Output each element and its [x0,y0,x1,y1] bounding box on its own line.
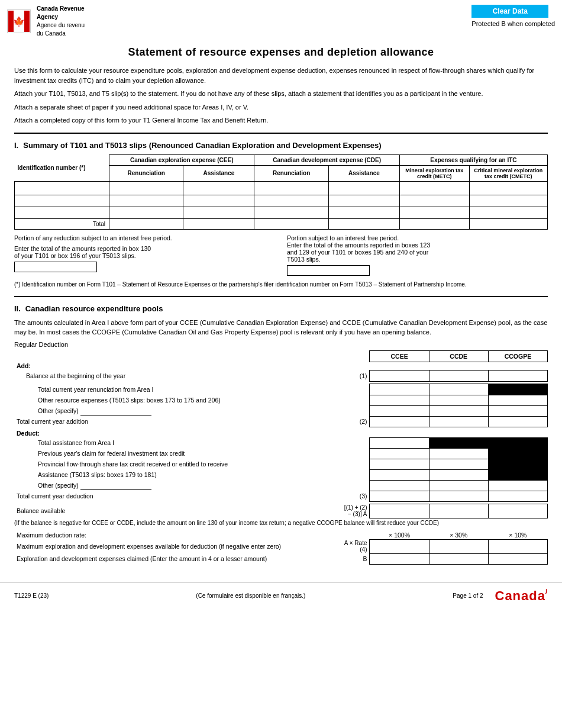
other-specify2-ccee[interactable] [370,480,429,491]
assistance-t5013-ccde[interactable] [429,469,488,480]
col-renunciation2-header: Renunciation [254,165,328,181]
balance-available-ccee[interactable] [370,504,429,518]
logo-area: 🍁 Canada Revenue Agency Agence du revenu… [7,5,85,38]
total-deduction-row: Total current year deduction (3) [14,491,548,501]
table-row [15,181,548,195]
max-exploration-ccde[interactable] [429,539,488,553]
ccogpe-header: CCOGPE [488,350,547,362]
total-addition-ccee[interactable] [370,416,429,427]
intro-line3: Attach a separate sheet of paper if you … [14,102,548,112]
total-addition-ccogpe[interactable] [488,416,547,427]
cde-assistance-1[interactable] [332,183,396,193]
footer-french-note: (Ce formulaire est disponible en françai… [196,592,305,599]
ccde-header: CCDE [429,350,488,362]
table-row [15,195,548,207]
balance-beginning-ccde[interactable] [429,370,488,381]
renunciation-ccde[interactable] [429,384,488,395]
balance-beginning-ccee[interactable] [370,370,429,381]
section2: II. Canadian resource expenditure pools … [14,304,548,565]
previous-claim-ccee[interactable] [370,448,429,459]
balance-available-row: Balance available [(1) + (2) − (3)] A [14,504,548,518]
other-specify-input[interactable] [80,406,151,415]
previous-claim-ccde[interactable] [429,448,488,459]
other-resource-ccde[interactable] [429,395,488,405]
ccee-header: CCEE [370,350,429,362]
footnote: (*) Identification number on Form T101 –… [14,281,548,289]
balance-beginning-ccogpe[interactable] [488,370,547,381]
max-exploration-ccogpe[interactable] [488,539,547,553]
canada-wordmark: Canadaᴶ [495,588,548,604]
provincial-flow-ccee[interactable] [370,459,429,469]
renunciation-ccogpe-black [488,384,547,395]
canada-flag-icon: 🍁 [7,9,31,33]
footer-page: Page 1 of 2 [453,592,483,599]
section1-header: I. Summary of T101 and T5013 slips (Reno… [14,141,548,150]
max-rate-row: Maximum deduction rate: × 100% × 30% × 1… [14,531,548,540]
col-cmetc-header: Critical mineral exploration tax credit … [469,165,547,181]
other-specify2-ccogpe[interactable] [488,480,547,491]
provincial-flow-ccogpe-black [488,459,547,469]
below-left-line1: Portion of any reduction subject to an i… [14,234,275,241]
section2-roman: II. [14,304,21,313]
section2-title: Canadian resource expenditure pools [25,304,163,313]
below-right-line2: Enter the total of the amounts reported … [287,241,548,249]
below-right-line4: T5013 slips. [287,256,548,263]
col-renunciation1-header: Renunciation [109,165,183,181]
box130-input[interactable] [14,262,97,272]
regular-deduction-label: Regular Deduction [14,341,548,348]
balance-available-ccde[interactable] [429,504,488,518]
other-specify-ccde[interactable] [429,405,488,416]
header-right: Clear Data Protected B when completed [471,5,555,27]
total-addition-ccde[interactable] [429,416,488,427]
below-left: Portion of any reduction subject to an i… [14,234,275,276]
other-specify-ccogpe[interactable] [488,405,547,416]
total-deduction-ccee[interactable] [370,491,429,501]
page-header: 🍁 Canada Revenue Agency Agence du revenu… [0,0,562,40]
clear-data-button[interactable]: Clear Data [471,5,548,18]
max-exploration-ccee[interactable] [370,539,429,553]
balance-available-ccogpe[interactable] [488,504,547,518]
other-specify2-input[interactable] [80,481,151,490]
cee-assistance-1[interactable] [186,183,251,193]
divider-1 [14,133,548,134]
other-resource-ccee[interactable] [370,395,429,405]
svg-rect-2 [24,11,30,32]
main-content: Statement of resource expenses and deple… [0,46,562,576]
cde-renunciation-1[interactable] [257,183,325,193]
assistance-t5013-row: Assistance (T5013 slips: boxes 179 to 18… [14,469,548,480]
cmetc-1[interactable] [473,183,544,193]
other-resource-ccogpe[interactable] [488,395,547,405]
boxes123-input[interactable] [287,265,370,276]
total-deduction-ccde[interactable] [429,491,488,501]
renunciation-ccee[interactable] [370,384,429,395]
total-assistance-ccde-black [429,437,488,448]
renunciation-row: Total current year renunciation from Are… [14,384,548,395]
col-itc-header: Expenses qualifying for an ITC [399,154,547,165]
form-title: Statement of resource expenses and deple… [14,46,548,59]
divider-2 [14,296,548,297]
below-left-line2: Enter the total of the amounts reported … [14,245,275,252]
below-table-area: Portion of any reduction subject to an i… [14,234,548,276]
below-left-line3: of your T101 or box 196 of your T5013 sl… [14,252,275,259]
exploration-claimed-ccogpe[interactable] [488,553,547,564]
other-specify-ccee[interactable] [370,405,429,416]
exploration-claimed-ccde[interactable] [429,553,488,564]
total-assistance-row: Total assistance from Area I [14,437,548,448]
agency-name: Canada Revenue Agency Agence du revenu d… [37,5,85,38]
assistance-t5013-ccee[interactable] [370,469,429,480]
svg-text:🍁: 🍁 [13,16,25,27]
table-row [15,207,548,218]
total-deduction-ccogpe[interactable] [488,491,547,501]
area1-table: Identification number (*) Canadian explo… [14,154,548,230]
assistance-t5013-ccogpe-black [488,469,547,480]
section1-title: Summary of T101 and T5013 slips (Renounc… [23,141,381,150]
section2-intro: The amounts calculated in Area I above f… [14,318,548,337]
total-assistance-ccee[interactable] [370,437,429,448]
other-specify2-ccde[interactable] [429,480,488,491]
other-specify2-row: Other (specify) [14,480,548,491]
intro-line1: Use this form to calculate your resource… [14,66,548,85]
provincial-flow-ccde[interactable] [429,459,488,469]
exploration-claimed-ccee[interactable] [370,553,429,564]
metc-1[interactable] [403,183,466,193]
cee-renunciation-1[interactable] [112,183,180,193]
